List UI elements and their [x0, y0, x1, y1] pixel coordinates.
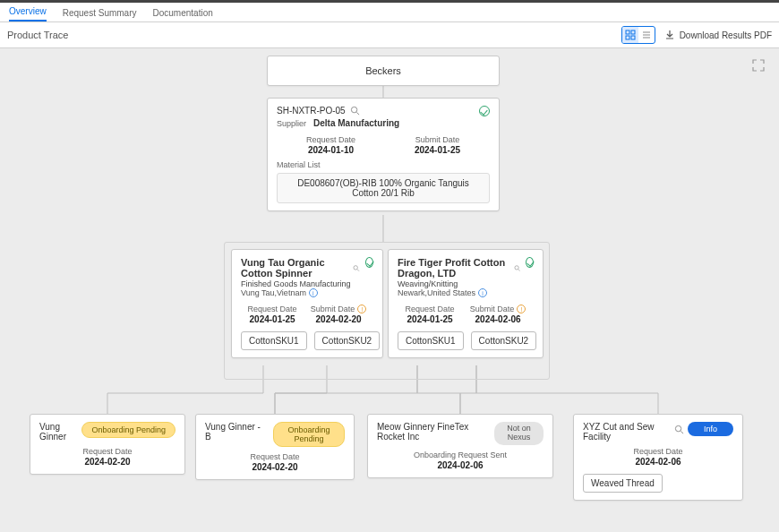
material-item[interactable]: DE008607(OB)-RIB 100% Organic Tanguis Co… — [277, 173, 490, 203]
download-icon — [664, 30, 675, 40]
lf2-name: Vung Ginner - B — [205, 422, 268, 442]
grid-view-button[interactable] — [622, 27, 638, 43]
download-label: Download Results PDF — [680, 30, 772, 40]
leaf-node-4[interactable]: XYZ Cut and Sew Facility Info Request Da… — [573, 414, 743, 501]
tab-overview[interactable]: Overview — [9, 4, 47, 21]
root-node[interactable]: Beckers — [267, 56, 500, 86]
list-view-button[interactable] — [638, 27, 655, 43]
fullscreen-icon — [752, 59, 765, 72]
tab-summary[interactable]: Request Summary — [63, 5, 137, 21]
sp2-name: Fire Tiger Profit Cotton Dragon, LTD — [398, 257, 511, 279]
sp2-req-label: Request Date — [406, 305, 455, 313]
svg-rect-2 — [626, 36, 629, 39]
toolbar: Product Trace Download Results PDF — [0, 22, 779, 48]
sp2-loc: Newark,United States — [398, 288, 475, 297]
sp1-sub-label: Submit Date — [311, 305, 355, 313]
status-ok-icon — [365, 257, 373, 268]
sku-chip[interactable]: CottonSKU2 — [314, 331, 381, 350]
info-icon[interactable]: i — [478, 288, 487, 297]
svg-rect-0 — [626, 30, 629, 34]
fullscreen-button[interactable] — [752, 59, 765, 72]
tab-docs[interactable]: Documentation — [153, 5, 213, 21]
lf2-req-label: Request Date — [205, 452, 345, 461]
sp2-role: Weaving/Knitting — [398, 279, 520, 288]
sp2-sub: 2024-02-06 — [470, 314, 526, 324]
svg-point-11 — [515, 265, 518, 269]
svg-point-7 — [351, 107, 356, 112]
lf4-req-label: Request Date — [583, 447, 733, 456]
app-root: Overview Request Summary Documentation P… — [0, 0, 779, 532]
lf2-req: 2024-02-20 — [205, 462, 345, 472]
sp1-req: 2024-01-25 — [248, 314, 297, 324]
sp1-loc: Vung Tau,Vietnam — [241, 288, 306, 297]
view-toggle — [621, 26, 655, 44]
po-node[interactable]: SH-NXTR-PO-05 Supplier Delta Manufacturi… — [267, 98, 500, 211]
sp1-name: Vung Tau Organic Cotton Spinner — [241, 257, 350, 279]
tab-bar: Overview Request Summary Documentation — [0, 3, 779, 22]
lf3-name: Meow Ginnery FineTex Rocket Inc — [377, 422, 484, 442]
svg-rect-3 — [631, 36, 635, 39]
warning-icon[interactable]: ! — [357, 305, 366, 313]
lf1-name: Vung Ginner — [39, 422, 76, 442]
status-badge: Onboarding Pending — [273, 422, 345, 447]
po-code: SH-NXTR-PO-05 — [277, 106, 346, 116]
warning-icon[interactable]: ! — [517, 305, 526, 313]
magnifier-icon[interactable] — [353, 263, 360, 273]
info-icon[interactable]: i — [309, 288, 318, 297]
supplier-label: Supplier — [277, 118, 306, 128]
lf4-req: 2024-02-06 — [583, 457, 733, 467]
sku-chip[interactable]: CottonSKU1 — [398, 331, 464, 350]
magnifier-icon[interactable] — [674, 425, 684, 434]
spinner-node-2[interactable]: Fire Tiger Profit Cotton Dragon, LTD Wea… — [388, 249, 544, 358]
svg-point-13 — [675, 425, 681, 431]
po-sub-date: 2024-01-25 — [415, 145, 460, 155]
status-badge: Not on Nexus — [494, 422, 544, 445]
svg-rect-1 — [631, 30, 635, 34]
lf3-req: 2024-02-06 — [377, 460, 544, 470]
supplier-name: Delta Manufacturing — [313, 118, 399, 128]
leaf-node-2[interactable]: Vung Ginner - B Onboarding Pending Reque… — [195, 414, 355, 480]
lf3-status: Onboarding Request Sent — [377, 450, 544, 459]
lf1-req: 2024-02-20 — [39, 457, 175, 467]
sku-chip[interactable]: CottonSKU1 — [241, 331, 307, 350]
magnifier-icon[interactable] — [514, 263, 520, 273]
status-ok-icon — [526, 257, 534, 268]
lf1-req-label: Request Date — [39, 447, 175, 456]
download-pdf-button[interactable]: Download Results PDF — [664, 30, 772, 40]
sp1-role: Finished Goods Manufacturing — [241, 279, 360, 288]
spinner-node-1[interactable]: Vung Tau Organic Cotton Spinner Finished… — [231, 249, 383, 358]
leaf-node-3[interactable]: Meow Ginnery FineTex Rocket Inc Not on N… — [367, 414, 553, 478]
sku-chip[interactable]: CottonSKU2 — [471, 331, 537, 350]
svg-line-12 — [518, 269, 520, 270]
sp1-req-label: Request Date — [248, 305, 297, 313]
status-ok-icon — [479, 106, 490, 116]
po-sub-label: Submit Date — [415, 135, 460, 144]
sp1-sub: 2024-02-20 — [311, 314, 367, 324]
svg-line-8 — [356, 112, 359, 115]
po-req-label: Request Date — [306, 135, 355, 144]
sp2-req: 2024-01-25 — [406, 314, 455, 324]
trace-canvas[interactable]: Beckers SH-NXTR-PO-05 Supplier Delta Man… — [0, 48, 779, 532]
status-badge: Info — [688, 422, 733, 436]
status-badge: Onboarding Pending — [81, 422, 175, 438]
page-title: Product Trace — [7, 30, 68, 40]
po-req-date: 2024-01-10 — [306, 145, 355, 155]
grid-icon — [625, 30, 636, 40]
material-chip[interactable]: Weaved Thread — [583, 474, 663, 493]
svg-line-10 — [357, 269, 359, 270]
root-name: Beckers — [365, 65, 401, 76]
leaf-node-1[interactable]: Vung Ginner Onboarding Pending Request D… — [30, 414, 185, 475]
svg-point-9 — [354, 265, 357, 269]
svg-line-14 — [681, 431, 683, 433]
lf4-name: XYZ Cut and Sew Facility — [583, 422, 663, 442]
sp2-sub-label: Submit Date — [470, 305, 515, 313]
magnifier-icon[interactable] — [350, 106, 360, 116]
list-icon — [641, 30, 652, 40]
material-list-label: Material List — [277, 160, 490, 169]
